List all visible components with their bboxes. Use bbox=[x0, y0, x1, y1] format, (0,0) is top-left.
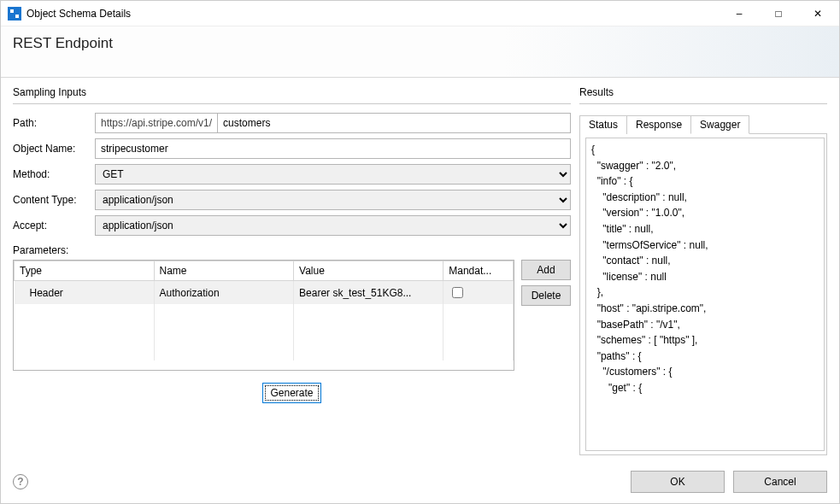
cell-name[interactable]: Authorization bbox=[154, 281, 294, 305]
results-tabs: Status Response Swagger bbox=[579, 114, 827, 134]
table-row[interactable]: Header Authorization Bearer sk_test_51KG… bbox=[15, 281, 514, 305]
cell-type[interactable]: Header bbox=[15, 281, 155, 305]
add-button[interactable]: Add bbox=[521, 260, 571, 280]
tab-swagger[interactable]: Swagger bbox=[690, 115, 749, 134]
tab-status[interactable]: Status bbox=[579, 115, 627, 134]
maximize-button[interactable]: □ bbox=[759, 1, 798, 26]
minimize-button[interactable]: – bbox=[720, 1, 759, 26]
table-row[interactable] bbox=[15, 323, 514, 342]
results-body: { "swagger" : "2.0", "info" : { "descrip… bbox=[579, 134, 827, 455]
window-title: Object Schema Details bbox=[26, 8, 720, 20]
method-select[interactable]: GET bbox=[95, 164, 571, 185]
cancel-button[interactable]: Cancel bbox=[733, 471, 827, 493]
generate-button[interactable]: Generate bbox=[262, 383, 320, 403]
table-row[interactable] bbox=[15, 342, 514, 360]
object-name-input[interactable] bbox=[95, 138, 571, 159]
title-bar: Object Schema Details – □ ✕ bbox=[1, 1, 839, 26]
page-title: REST Endpoint bbox=[13, 35, 827, 52]
ok-button[interactable]: OK bbox=[631, 471, 725, 493]
sampling-group-label: Sampling Inputs bbox=[13, 86, 571, 104]
path-input[interactable] bbox=[217, 113, 571, 133]
path-label: Path: bbox=[13, 117, 95, 129]
dialog-footer: ? OK Cancel bbox=[1, 460, 839, 503]
results-group-label: Results bbox=[579, 86, 827, 104]
col-name[interactable]: Name bbox=[154, 261, 294, 281]
swagger-output[interactable]: { "swagger" : "2.0", "info" : { "descrip… bbox=[585, 138, 825, 451]
col-mandatory[interactable]: Mandat... bbox=[443, 261, 514, 281]
path-prefix: https://api.stripe.com/v1/ bbox=[95, 113, 217, 133]
delete-button[interactable]: Delete bbox=[521, 285, 571, 306]
close-button[interactable]: ✕ bbox=[798, 1, 837, 26]
table-row[interactable] bbox=[15, 304, 514, 323]
parameters-label: Parameters: bbox=[13, 244, 571, 256]
parameters-table[interactable]: Type Name Value Mandat... Header Authori… bbox=[13, 260, 514, 371]
cell-mandatory[interactable] bbox=[443, 281, 514, 305]
accept-label: Accept: bbox=[13, 220, 95, 231]
tab-response[interactable]: Response bbox=[626, 115, 691, 134]
content-type-label: Content Type: bbox=[13, 194, 95, 206]
mandatory-checkbox[interactable] bbox=[452, 287, 463, 298]
content-type-select[interactable]: application/json bbox=[95, 190, 571, 210]
cell-value[interactable]: Bearer sk_test_51KG8... bbox=[294, 281, 443, 305]
method-label: Method: bbox=[13, 168, 95, 180]
accept-select[interactable]: application/json bbox=[95, 215, 571, 236]
col-value[interactable]: Value bbox=[294, 261, 443, 281]
app-icon bbox=[8, 7, 21, 21]
col-type[interactable]: Type bbox=[15, 261, 155, 281]
help-icon[interactable]: ? bbox=[13, 474, 28, 489]
header-band: REST Endpoint bbox=[1, 26, 839, 78]
object-name-label: Object Name: bbox=[13, 143, 95, 155]
